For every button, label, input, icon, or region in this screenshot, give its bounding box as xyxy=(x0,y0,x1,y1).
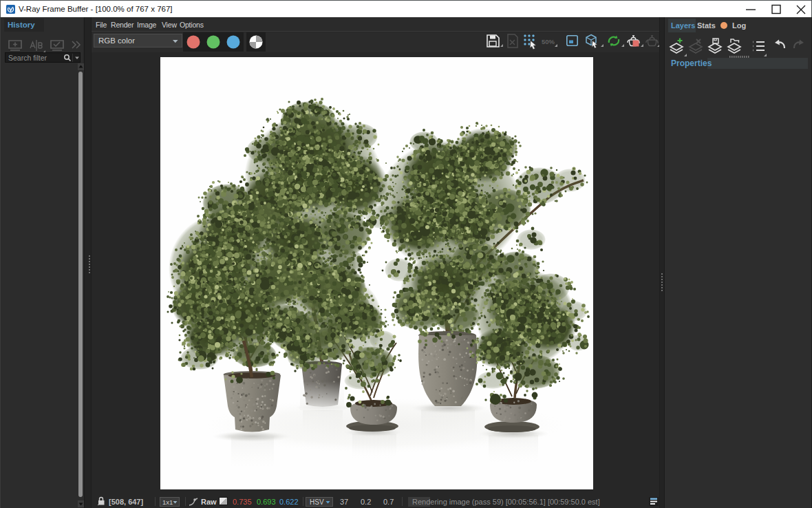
svg-text:50%: 50% xyxy=(542,38,555,45)
